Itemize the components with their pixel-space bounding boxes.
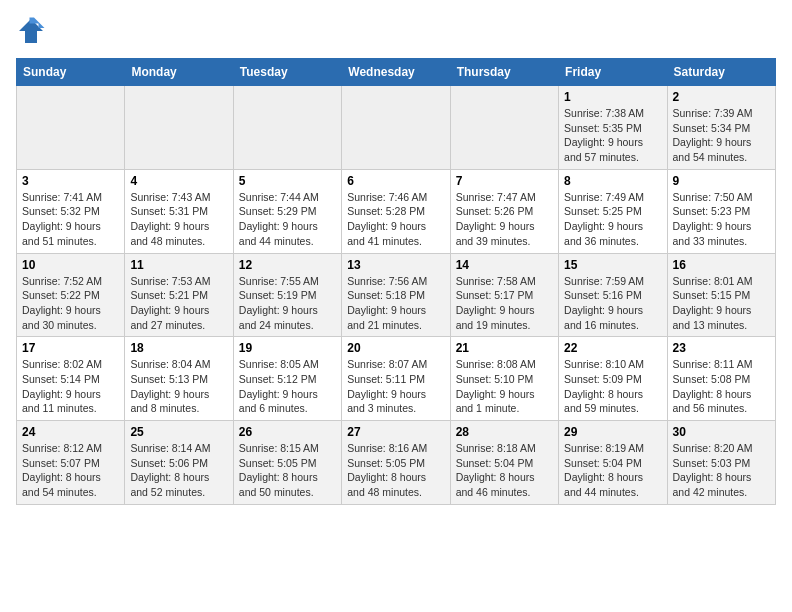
day-number: 15 — [564, 258, 661, 272]
calendar-day-cell: 27Sunrise: 8:16 AM Sunset: 5:05 PM Dayli… — [342, 421, 450, 505]
day-info: Sunrise: 8:15 AM Sunset: 5:05 PM Dayligh… — [239, 441, 336, 500]
day-info: Sunrise: 7:55 AM Sunset: 5:19 PM Dayligh… — [239, 274, 336, 333]
day-info: Sunrise: 7:56 AM Sunset: 5:18 PM Dayligh… — [347, 274, 444, 333]
day-number: 3 — [22, 174, 119, 188]
day-info: Sunrise: 8:20 AM Sunset: 5:03 PM Dayligh… — [673, 441, 770, 500]
calendar-table: SundayMondayTuesdayWednesdayThursdayFrid… — [16, 58, 776, 505]
logo-icon — [16, 16, 46, 46]
calendar-day-cell — [342, 86, 450, 170]
day-number: 24 — [22, 425, 119, 439]
day-info: Sunrise: 8:11 AM Sunset: 5:08 PM Dayligh… — [673, 357, 770, 416]
day-info: Sunrise: 7:53 AM Sunset: 5:21 PM Dayligh… — [130, 274, 227, 333]
day-number: 17 — [22, 341, 119, 355]
day-number: 6 — [347, 174, 444, 188]
day-number: 16 — [673, 258, 770, 272]
day-number: 2 — [673, 90, 770, 104]
calendar-day-cell: 12Sunrise: 7:55 AM Sunset: 5:19 PM Dayli… — [233, 253, 341, 337]
day-number: 13 — [347, 258, 444, 272]
calendar-day-cell — [17, 86, 125, 170]
day-info: Sunrise: 7:39 AM Sunset: 5:34 PM Dayligh… — [673, 106, 770, 165]
day-info: Sunrise: 7:38 AM Sunset: 5:35 PM Dayligh… — [564, 106, 661, 165]
day-info: Sunrise: 7:52 AM Sunset: 5:22 PM Dayligh… — [22, 274, 119, 333]
weekday-header-row: SundayMondayTuesdayWednesdayThursdayFrid… — [17, 59, 776, 86]
day-info: Sunrise: 7:44 AM Sunset: 5:29 PM Dayligh… — [239, 190, 336, 249]
day-number: 29 — [564, 425, 661, 439]
calendar-day-cell — [233, 86, 341, 170]
day-info: Sunrise: 8:12 AM Sunset: 5:07 PM Dayligh… — [22, 441, 119, 500]
day-info: Sunrise: 7:41 AM Sunset: 5:32 PM Dayligh… — [22, 190, 119, 249]
day-number: 21 — [456, 341, 553, 355]
calendar-week-row: 17Sunrise: 8:02 AM Sunset: 5:14 PM Dayli… — [17, 337, 776, 421]
day-number: 11 — [130, 258, 227, 272]
calendar-day-cell: 22Sunrise: 8:10 AM Sunset: 5:09 PM Dayli… — [559, 337, 667, 421]
calendar-day-cell: 16Sunrise: 8:01 AM Sunset: 5:15 PM Dayli… — [667, 253, 775, 337]
day-number: 12 — [239, 258, 336, 272]
day-info: Sunrise: 8:05 AM Sunset: 5:12 PM Dayligh… — [239, 357, 336, 416]
day-number: 23 — [673, 341, 770, 355]
calendar-day-cell: 9Sunrise: 7:50 AM Sunset: 5:23 PM Daylig… — [667, 169, 775, 253]
weekday-header: Friday — [559, 59, 667, 86]
page-header — [16, 16, 776, 46]
calendar-day-cell — [450, 86, 558, 170]
calendar-day-cell: 18Sunrise: 8:04 AM Sunset: 5:13 PM Dayli… — [125, 337, 233, 421]
day-info: Sunrise: 7:59 AM Sunset: 5:16 PM Dayligh… — [564, 274, 661, 333]
calendar-day-cell: 20Sunrise: 8:07 AM Sunset: 5:11 PM Dayli… — [342, 337, 450, 421]
weekday-header: Tuesday — [233, 59, 341, 86]
calendar-day-cell: 14Sunrise: 7:58 AM Sunset: 5:17 PM Dayli… — [450, 253, 558, 337]
calendar-week-row: 3Sunrise: 7:41 AM Sunset: 5:32 PM Daylig… — [17, 169, 776, 253]
calendar-day-cell: 23Sunrise: 8:11 AM Sunset: 5:08 PM Dayli… — [667, 337, 775, 421]
day-number: 5 — [239, 174, 336, 188]
day-number: 4 — [130, 174, 227, 188]
day-number: 19 — [239, 341, 336, 355]
calendar-day-cell: 10Sunrise: 7:52 AM Sunset: 5:22 PM Dayli… — [17, 253, 125, 337]
calendar-week-row: 1Sunrise: 7:38 AM Sunset: 5:35 PM Daylig… — [17, 86, 776, 170]
day-number: 14 — [456, 258, 553, 272]
calendar-day-cell: 24Sunrise: 8:12 AM Sunset: 5:07 PM Dayli… — [17, 421, 125, 505]
weekday-header: Sunday — [17, 59, 125, 86]
calendar-week-row: 10Sunrise: 7:52 AM Sunset: 5:22 PM Dayli… — [17, 253, 776, 337]
day-number: 7 — [456, 174, 553, 188]
calendar-day-cell: 2Sunrise: 7:39 AM Sunset: 5:34 PM Daylig… — [667, 86, 775, 170]
calendar-day-cell — [125, 86, 233, 170]
day-number: 1 — [564, 90, 661, 104]
day-number: 10 — [22, 258, 119, 272]
weekday-header: Saturday — [667, 59, 775, 86]
day-number: 28 — [456, 425, 553, 439]
weekday-header: Monday — [125, 59, 233, 86]
calendar-day-cell: 21Sunrise: 8:08 AM Sunset: 5:10 PM Dayli… — [450, 337, 558, 421]
calendar-day-cell: 11Sunrise: 7:53 AM Sunset: 5:21 PM Dayli… — [125, 253, 233, 337]
calendar-day-cell: 17Sunrise: 8:02 AM Sunset: 5:14 PM Dayli… — [17, 337, 125, 421]
calendar-week-row: 24Sunrise: 8:12 AM Sunset: 5:07 PM Dayli… — [17, 421, 776, 505]
day-info: Sunrise: 7:50 AM Sunset: 5:23 PM Dayligh… — [673, 190, 770, 249]
day-number: 9 — [673, 174, 770, 188]
calendar-day-cell: 1Sunrise: 7:38 AM Sunset: 5:35 PM Daylig… — [559, 86, 667, 170]
day-number: 26 — [239, 425, 336, 439]
day-number: 30 — [673, 425, 770, 439]
day-number: 20 — [347, 341, 444, 355]
day-number: 25 — [130, 425, 227, 439]
day-info: Sunrise: 8:14 AM Sunset: 5:06 PM Dayligh… — [130, 441, 227, 500]
day-info: Sunrise: 8:10 AM Sunset: 5:09 PM Dayligh… — [564, 357, 661, 416]
calendar-day-cell: 7Sunrise: 7:47 AM Sunset: 5:26 PM Daylig… — [450, 169, 558, 253]
calendar-day-cell: 13Sunrise: 7:56 AM Sunset: 5:18 PM Dayli… — [342, 253, 450, 337]
day-info: Sunrise: 8:02 AM Sunset: 5:14 PM Dayligh… — [22, 357, 119, 416]
calendar-day-cell: 28Sunrise: 8:18 AM Sunset: 5:04 PM Dayli… — [450, 421, 558, 505]
day-info: Sunrise: 7:43 AM Sunset: 5:31 PM Dayligh… — [130, 190, 227, 249]
day-info: Sunrise: 7:49 AM Sunset: 5:25 PM Dayligh… — [564, 190, 661, 249]
day-info: Sunrise: 8:16 AM Sunset: 5:05 PM Dayligh… — [347, 441, 444, 500]
day-number: 8 — [564, 174, 661, 188]
calendar-day-cell: 15Sunrise: 7:59 AM Sunset: 5:16 PM Dayli… — [559, 253, 667, 337]
day-info: Sunrise: 8:07 AM Sunset: 5:11 PM Dayligh… — [347, 357, 444, 416]
calendar-day-cell: 26Sunrise: 8:15 AM Sunset: 5:05 PM Dayli… — [233, 421, 341, 505]
calendar-day-cell: 25Sunrise: 8:14 AM Sunset: 5:06 PM Dayli… — [125, 421, 233, 505]
calendar-day-cell: 19Sunrise: 8:05 AM Sunset: 5:12 PM Dayli… — [233, 337, 341, 421]
day-info: Sunrise: 7:47 AM Sunset: 5:26 PM Dayligh… — [456, 190, 553, 249]
calendar-day-cell: 8Sunrise: 7:49 AM Sunset: 5:25 PM Daylig… — [559, 169, 667, 253]
day-number: 22 — [564, 341, 661, 355]
day-info: Sunrise: 8:01 AM Sunset: 5:15 PM Dayligh… — [673, 274, 770, 333]
day-info: Sunrise: 7:58 AM Sunset: 5:17 PM Dayligh… — [456, 274, 553, 333]
day-number: 27 — [347, 425, 444, 439]
calendar-day-cell: 3Sunrise: 7:41 AM Sunset: 5:32 PM Daylig… — [17, 169, 125, 253]
day-number: 18 — [130, 341, 227, 355]
weekday-header: Wednesday — [342, 59, 450, 86]
